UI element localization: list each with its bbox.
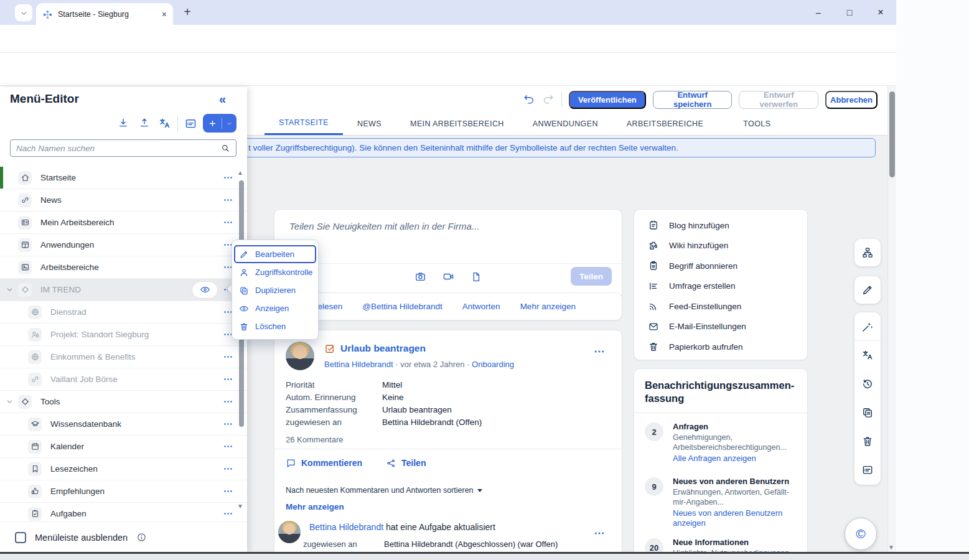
- tab-anwendungen[interactable]: ANWENDUNGEN: [518, 112, 612, 135]
- item-menu-button[interactable]: [223, 464, 233, 474]
- share-post-button[interactable]: Teilen: [386, 457, 426, 469]
- menu-item-einkommen-benefits[interactable]: Einkommen & Benefits: [0, 346, 247, 368]
- activity-author-link[interactable]: Bettina Hildebrandt: [309, 522, 383, 532]
- post-author-link[interactable]: Bettina Hildebrandt: [324, 360, 393, 369]
- context-menu-item-löschen[interactable]: Löschen: [232, 317, 318, 335]
- page-edit-tool-button[interactable]: [854, 276, 881, 304]
- quick-action-feed-einstellungen[interactable]: Feed-Einstellungen: [634, 296, 807, 317]
- menu-item-vaillant-job-börse[interactable]: Vaillant Job Börse: [0, 368, 247, 391]
- page-structure-tool-button[interactable]: [854, 239, 881, 266]
- add-video-button[interactable]: [442, 271, 454, 282]
- post-category-link[interactable]: Onboarding: [472, 360, 514, 369]
- scroll-down-arrow[interactable]: ▼: [888, 544, 894, 551]
- undo-icon[interactable]: [523, 93, 535, 106]
- item-menu-button[interactable]: [223, 172, 233, 183]
- add-menu-item-split-button[interactable]: [203, 114, 236, 133]
- upload-menu-button[interactable]: [138, 117, 151, 129]
- comment-button[interactable]: Kommentieren: [286, 457, 362, 469]
- tab-tools[interactable]: TOOLS: [729, 112, 796, 135]
- list-scroll-up-arrow[interactable]: ▲: [237, 169, 243, 176]
- context-menu-item-anzeigen[interactable]: Anzeigen: [232, 299, 318, 317]
- menu-item-lesezeichen[interactable]: Lesezeichen: [0, 458, 247, 480]
- quick-action-wiki-hinzufügen[interactable]: Wiki hinzufügen: [634, 236, 807, 256]
- quick-action-e-mail-einstellungen[interactable]: E-Mail-Einstellungen: [634, 317, 807, 337]
- menu-search-field[interactable]: [10, 139, 236, 157]
- page-tool-history-button[interactable]: [854, 370, 881, 398]
- list-scroll-down-arrow[interactable]: ▼: [237, 503, 243, 510]
- feed-composer-card[interactable]: Teilen Sie Neuigkeiten mit allen in der …: [274, 209, 622, 300]
- window-minimize-button[interactable]: –: [807, 4, 830, 21]
- feed-filter-link[interactable]: Antworten: [462, 302, 500, 311]
- item-menu-button[interactable]: [223, 374, 233, 385]
- tab-close-icon[interactable]: ×: [162, 9, 167, 19]
- post-author-avatar[interactable]: [286, 342, 314, 370]
- post-comments-count[interactable]: 26 Kommentare: [286, 435, 344, 444]
- add-file-button[interactable]: [470, 271, 482, 282]
- page-tool-copy-button[interactable]: [854, 398, 881, 427]
- context-menu-item-bearbeiten[interactable]: Bearbeiten: [234, 245, 316, 263]
- page-tool-trash-button[interactable]: [854, 427, 881, 455]
- download-menu-button[interactable]: [117, 117, 129, 129]
- menu-item-anwendungen[interactable]: Anwendungen: [0, 234, 247, 256]
- tab-arbeitsbereiche[interactable]: ARBEITSBEREICHE: [612, 112, 729, 135]
- menu-item-aufgaben[interactable]: Aufgaben: [0, 503, 247, 521]
- context-menu-item-zugriffskontrolle[interactable]: Zugriffskontrolle: [232, 263, 318, 281]
- page-tool-wand-button[interactable]: [854, 312, 881, 341]
- chevron-down-icon[interactable]: [6, 286, 14, 294]
- item-menu-button[interactable]: [223, 217, 233, 228]
- menu-card-button[interactable]: [184, 117, 197, 130]
- menu-search-input[interactable]: [16, 144, 215, 153]
- assistant-fab-button[interactable]: ©: [845, 518, 877, 550]
- item-menu-button[interactable]: [223, 486, 233, 497]
- notification-link[interactable]: Alle Anfragen anzeigen: [673, 454, 800, 464]
- page-tool-translate-button[interactable]: [854, 341, 881, 370]
- item-menu-button[interactable]: [223, 352, 233, 362]
- hide-menubar-checkbox[interactable]: [15, 532, 26, 543]
- quick-action-begriff-abonnieren[interactable]: Begriff abonnieren: [634, 256, 807, 276]
- quick-action-blog-hinzufügen[interactable]: Blog hinzufügen: [634, 215, 807, 236]
- item-menu-button[interactable]: [223, 419, 233, 429]
- info-icon[interactable]: [136, 532, 147, 543]
- menu-item-tools[interactable]: Tools: [0, 391, 247, 413]
- menu-item-arbeitsbereiche[interactable]: Arbeitsbereiche: [0, 256, 247, 279]
- comment-sort-dropdown[interactable]: Nach neuesten Kommentaren und Antworten …: [286, 486, 482, 495]
- window-close-button[interactable]: ×: [869, 4, 892, 21]
- collapse-panel-button[interactable]: «: [219, 92, 226, 106]
- item-menu-button[interactable]: [223, 508, 233, 519]
- save-draft-button[interactable]: Entwurf speichern: [653, 91, 733, 109]
- post-title-link[interactable]: Urlaub beantragen: [340, 343, 426, 354]
- menu-item-mein-arbeitsbereich[interactable]: Mein Arbeitsbereich: [0, 212, 247, 234]
- item-menu-button[interactable]: [223, 441, 233, 452]
- menu-item-kalender[interactable]: Kalender: [0, 436, 247, 458]
- notification-link[interactable]: Neues von anderen Benutzern anzeigen: [673, 508, 800, 528]
- cancel-button[interactable]: Abbrechen: [825, 91, 878, 109]
- chevron-down-icon[interactable]: [6, 398, 14, 406]
- new-tab-button[interactable]: +: [179, 4, 195, 20]
- quick-action-papierkorb-aufrufen[interactable]: Papierkorb aufrufen: [634, 337, 807, 357]
- tab-startseite[interactable]: STARTSEITE: [264, 112, 343, 135]
- browser-tab[interactable]: Startseite - Siegburg ×: [36, 3, 173, 25]
- page-scrollbar-thumb[interactable]: [889, 91, 895, 177]
- tab-search-chevron-button[interactable]: [15, 4, 32, 21]
- show-more-link[interactable]: Mehr anzeigen: [286, 502, 344, 511]
- composer-share-button[interactable]: Teilen: [571, 267, 612, 286]
- visibility-toggle-button[interactable]: [192, 282, 217, 298]
- translate-menu-button[interactable]: [158, 117, 171, 130]
- page-tool-folder-card-button[interactable]: [854, 455, 881, 484]
- redo-icon[interactable]: [542, 93, 555, 106]
- tab-mein arbeitsbereich[interactable]: MEIN ARBEITSBEREICH: [396, 112, 518, 135]
- publish-button[interactable]: Veröffentlichen: [569, 91, 646, 109]
- context-menu-item-duplizieren[interactable]: Duplizieren: [232, 281, 318, 299]
- menu-item-projekt-standort-siegburg[interactable]: Projekt: Standort Siegburg: [0, 324, 247, 346]
- activity-author-avatar[interactable]: [278, 521, 301, 543]
- activity-menu-button[interactable]: [593, 527, 606, 539]
- item-menu-button[interactable]: [223, 396, 233, 407]
- feed-filter-link[interactable]: @Bettina Hildebrandt: [362, 302, 442, 311]
- add-photo-button[interactable]: [414, 271, 426, 282]
- menu-item-wissensdatenbank[interactable]: Wissensdatenbank: [0, 413, 247, 436]
- menu-item-news[interactable]: News: [0, 189, 247, 212]
- menu-item-startseite[interactable]: Startseite: [0, 167, 247, 189]
- post-menu-button[interactable]: [593, 345, 606, 358]
- menu-item-dienstrad[interactable]: Dienstrad: [0, 301, 247, 324]
- tab-news[interactable]: NEWS: [343, 112, 396, 135]
